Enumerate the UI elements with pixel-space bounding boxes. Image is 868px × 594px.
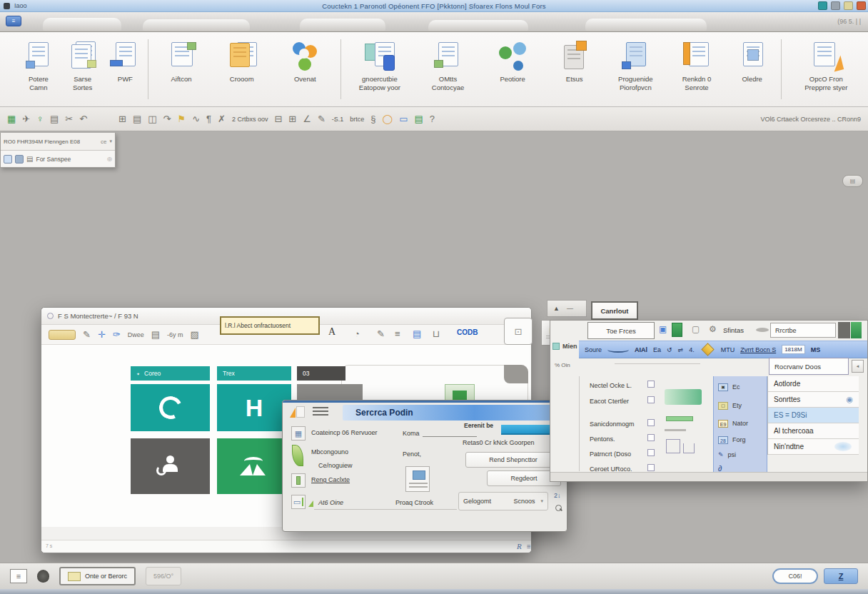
ribbon-item-ovenat[interactable]: Ovenat: [273, 38, 338, 84]
pen-icon[interactable]: ✑: [113, 330, 121, 339]
soure-label[interactable]: Soure: [585, 346, 602, 353]
tray-teal-icon[interactable]: [818, 1, 827, 10]
app-menu-button[interactable]: ≡: [6, 16, 21, 26]
tile-h[interactable]: H: [217, 384, 291, 431]
gear-icon[interactable]: ⚙: [709, 324, 717, 334]
list-item[interactable]: Nin'ndtne: [768, 439, 859, 455]
dialog-titlebar[interactable]: Sercrca Podin: [343, 405, 562, 421]
table-row-label[interactable]: Eacot Ctertler: [590, 393, 629, 409]
sort-z-label[interactable]: Zvrrt Bocn S: [740, 346, 776, 353]
ribbon-item-proguenide[interactable]: ProguenidePiorofpvcn: [605, 38, 667, 92]
doc-lines-icon[interactable]: ▤: [26, 156, 33, 163]
font-box-label[interactable]: AIAl: [635, 346, 647, 353]
scissors-icon[interactable]: ✂: [65, 114, 73, 124]
table-row-label[interactable]: Pentons.: [590, 431, 615, 447]
hamburger-icon[interactable]: [313, 407, 328, 418]
ea-label[interactable]: Ea: [653, 346, 661, 353]
dialog-row-label[interactable]: Mbcongouno: [311, 448, 348, 455]
table-row-label[interactable]: Nectel Ocke L.: [590, 378, 632, 393]
dark-tile-icon[interactable]: [838, 322, 850, 338]
dropdown-button[interactable]: ◂: [852, 360, 864, 373]
window-icon[interactable]: ⊞: [118, 114, 126, 124]
dialog-row-label[interactable]: Ce/noguiew: [318, 462, 353, 469]
tile-user-sync[interactable]: [131, 438, 210, 494]
highlighter-swatch[interactable]: [49, 330, 76, 340]
ribbon-item-renkdn[interactable]: Renkdn 0Senrote: [667, 38, 727, 92]
redo-icon[interactable]: ↷: [163, 114, 171, 124]
blue-doc-icon[interactable]: ▣: [659, 324, 667, 334]
send-icon[interactable]: ✈: [22, 114, 30, 124]
checkbox[interactable]: [647, 396, 655, 403]
frame-icon[interactable]: ⊔: [433, 329, 440, 338]
angle-icon[interactable]: ∠: [303, 114, 311, 124]
ribbon-item-omtts[interactable]: OMttsContocyae: [415, 38, 481, 92]
table-icon[interactable]: ▤: [413, 329, 421, 338]
grid-icon[interactable]: ▦: [7, 114, 16, 124]
green-book-icon[interactable]: [672, 323, 682, 337]
doc-icon[interactable]: ▤: [133, 114, 141, 124]
pilcrow-icon[interactable]: ¶: [206, 114, 211, 124]
mtu-label[interactable]: MTU: [721, 346, 735, 353]
tool-label[interactable]: Ety: [732, 402, 742, 409]
tool-label[interactable]: psi: [728, 451, 737, 458]
table-row-label[interactable]: Sanicdonmogm: [590, 416, 635, 432]
collapse-icon[interactable]: ⊟: [274, 114, 282, 124]
sort-ascending-icon[interactable]: 2↓: [554, 492, 561, 499]
note-icon[interactable]: ◯: [383, 114, 393, 124]
checkbox[interactable]: [647, 434, 655, 441]
pin-icon[interactable]: ♀: [36, 114, 44, 124]
tile-sync[interactable]: [131, 384, 210, 431]
anchor-icon[interactable]: ✛: [98, 330, 106, 339]
refresh-icon[interactable]: ◔: [354, 329, 360, 338]
panel-corner-button[interactable]: ⊡: [504, 318, 533, 345]
dark-app-icon[interactable]: [37, 570, 49, 583]
tool-label[interactable]: Forg: [732, 436, 746, 443]
objects-count-label[interactable]: 2 Crtbxs oov: [232, 116, 268, 123]
undo-icon[interactable]: ↶: [79, 114, 87, 124]
recovery-dropdown[interactable]: Rocrvanv Doos: [769, 358, 849, 375]
tool-label[interactable]: Nator: [732, 420, 748, 427]
dialog-row-label[interactable]: At6 Oine: [318, 499, 343, 506]
swap-icon[interactable]: ⇌: [678, 346, 684, 353]
list-icon[interactable]: ≡: [527, 543, 531, 550]
columns-icon[interactable]: ◫: [148, 114, 156, 124]
name-input[interactable]: Rrcrtbe: [770, 323, 836, 338]
tile-header-coreo[interactable]: ✦Coreo: [131, 366, 210, 381]
page-icon[interactable]: ▭: [399, 114, 408, 124]
blue-tile-icon[interactable]: [4, 155, 12, 163]
tab-content[interactable]: Canrlout: [591, 301, 638, 320]
tile-flag[interactable]: [217, 438, 291, 494]
tray-note-icon[interactable]: [844, 1, 853, 10]
ribbon-item-opco-fron[interactable]: OpcO FronPrepprre styer: [784, 38, 868, 92]
task-list-icon[interactable]: ≡: [10, 569, 27, 583]
ribbon-item-aiftcon[interactable]: Aiftcon: [151, 38, 211, 84]
diamond-icon[interactable]: [701, 343, 714, 356]
target-icon[interactable]: ◎: [107, 156, 112, 162]
green-tile-icon[interactable]: [851, 322, 862, 338]
doc-icon[interactable]: ▤: [151, 330, 160, 339]
checkbox[interactable]: [647, 419, 655, 426]
dialog-row-label[interactable]: Reng Caclxte: [311, 476, 350, 483]
list-item[interactable]: Al tchercoaa: [768, 423, 859, 439]
undo-icon[interactable]: ↺: [667, 346, 672, 353]
dialog-row-label[interactable]: Coateincp 06 Rervuoer: [311, 429, 378, 436]
ribbon-item-gnoercutbie[interactable]: gnoercutbieEatopow yoor: [344, 38, 415, 92]
codb-label[interactable]: CODB: [457, 328, 478, 336]
window-menu-icon[interactable]: [47, 313, 54, 319]
checkbox[interactable]: [647, 464, 655, 471]
monitor-icon[interactable]: ▢: [692, 324, 700, 334]
font-label[interactable]: A: [328, 326, 335, 338]
quickpanel-row2-label[interactable]: For Sanspee: [36, 156, 71, 163]
flag-icon[interactable]: ⚑: [177, 114, 186, 124]
section-icon[interactable]: §: [370, 114, 375, 124]
pencil-icon[interactable]: ✎: [318, 114, 326, 124]
help-icon[interactable]: ?: [430, 114, 435, 124]
tile-header-03[interactable]: 03: [297, 366, 345, 381]
tile-header-trex[interactable]: Trex: [217, 366, 291, 381]
lcd-icon[interactable]: ▤: [414, 114, 423, 124]
delete-icon[interactable]: ✗: [218, 114, 226, 124]
chevron-down-icon[interactable]: ▾: [109, 139, 112, 144]
ribbon-item-etsus[interactable]: Etsus: [545, 38, 605, 84]
lines-icon[interactable]: ≡: [395, 329, 400, 338]
checkbox[interactable]: [647, 449, 655, 456]
